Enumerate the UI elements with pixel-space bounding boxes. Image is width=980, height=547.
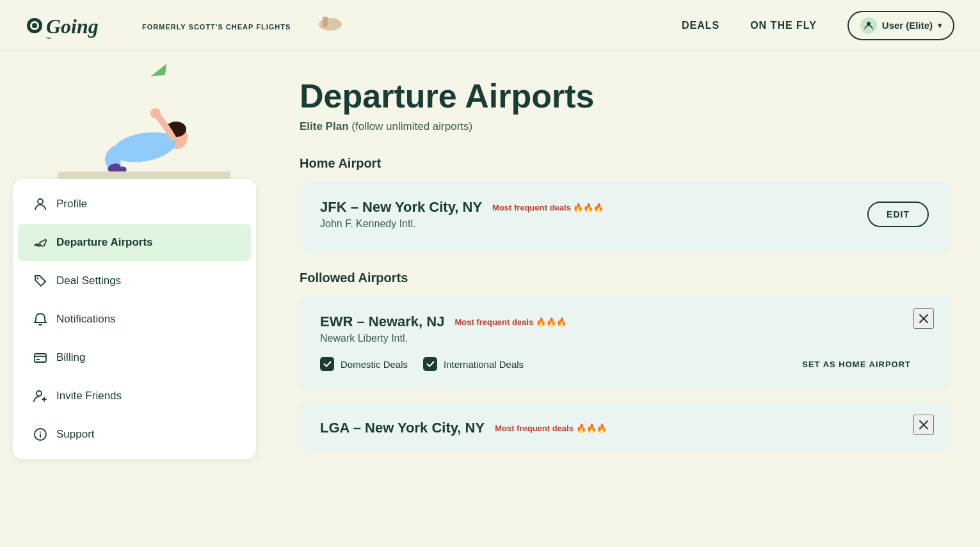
- ewr-name-row: EWR – Newark, NJ Most frequent deals 🔥🔥🔥: [320, 313, 566, 330]
- airport-name-row: JFK – New York City, NY Most frequent de…: [320, 199, 604, 216]
- ewr-airport-info: EWR – Newark, NJ Most frequent deals 🔥🔥🔥…: [320, 313, 566, 344]
- followed-airport-card-lga: LGA – New York City, NY Most frequent de…: [300, 402, 949, 452]
- close-icon: [917, 312, 930, 325]
- ewr-card-header: EWR – Newark, NJ Most frequent deals 🔥🔥🔥…: [320, 313, 911, 344]
- followed-airports-title: Followed Airports: [300, 271, 949, 285]
- sidebar-illustration: [0, 51, 269, 179]
- logo[interactable]: Going ™: [26, 9, 128, 42]
- svg-point-2: [32, 23, 37, 28]
- svg-point-18: [38, 199, 43, 204]
- lga-card-header: LGA – New York City, NY Most frequent de…: [320, 420, 911, 436]
- svg-point-22: [36, 391, 42, 396]
- ewr-checkboxes: Domestic Deals International Deals: [320, 357, 524, 371]
- logo-svg: Going ™: [26, 9, 128, 42]
- plane-decoration: [311, 12, 349, 40]
- main-content: Departure Airports Elite Plan (follow un…: [269, 51, 980, 547]
- header: Going ™ FORMERLY SCOTT'S CHEAP FLIGHTS D…: [0, 0, 980, 51]
- remove-lga-button[interactable]: [913, 415, 934, 435]
- ewr-domestic-checkbox[interactable]: Domestic Deals: [320, 357, 408, 371]
- home-airport-card-header: JFK – New York City, NY Most frequent de…: [320, 199, 929, 230]
- bell-icon: [33, 312, 47, 326]
- add-user-icon: [33, 389, 47, 403]
- profile-icon: [33, 197, 47, 211]
- svg-text:Going: Going: [46, 15, 99, 38]
- chevron-down-icon: ▾: [938, 21, 942, 30]
- sidebar-item-label: Notifications: [56, 313, 116, 326]
- illustration-svg: [38, 45, 230, 179]
- ewr-badge: Most frequent deals 🔥🔥🔥: [454, 317, 566, 327]
- sidebar-item-support[interactable]: Support: [18, 416, 251, 453]
- header-nav: DEALS ON THE FLY User (Elite) ▾: [682, 11, 954, 40]
- home-airport-fullname: John F. Kennedy Intl.: [320, 218, 604, 230]
- domestic-label: Domestic Deals: [341, 359, 408, 370]
- home-airport-section: Home Airport JFK – New York City, NY Mos…: [300, 156, 949, 253]
- svg-point-14: [150, 108, 161, 118]
- logo-subtitle: FORMERLY SCOTT'S CHEAP FLIGHTS: [142, 20, 291, 31]
- svg-marker-10: [149, 64, 170, 79]
- user-avatar-icon: [860, 17, 877, 34]
- lga-airport-info: LGA – New York City, NY Most frequent de…: [320, 420, 607, 436]
- plan-name: Elite Plan: [300, 120, 349, 132]
- lga-name-row: LGA – New York City, NY Most frequent de…: [320, 420, 607, 436]
- domestic-check-icon: [320, 357, 334, 371]
- home-airport-badge: Most frequent deals 🔥🔥🔥: [492, 203, 604, 212]
- sidebar-item-label: Invite Friends: [56, 390, 122, 402]
- ewr-code: EWR – Newark, NJ: [320, 313, 444, 330]
- svg-point-24: [40, 432, 41, 433]
- info-icon: [33, 427, 47, 441]
- international-check-icon: [423, 357, 437, 371]
- sidebar-item-label: Profile: [56, 198, 87, 210]
- sidebar-item-label: Billing: [56, 351, 85, 364]
- sidebar-menu: Profile Departure Airports: [13, 179, 256, 459]
- ewr-international-checkbox[interactable]: International Deals: [423, 357, 524, 371]
- lga-badge: Most frequent deals 🔥🔥🔥: [495, 424, 606, 433]
- layout: Profile Departure Airports: [0, 51, 980, 547]
- sidebar-item-departure-airports[interactable]: Departure Airports: [18, 224, 251, 261]
- header-left: Going ™ FORMERLY SCOTT'S CHEAP FLIGHTS: [26, 9, 349, 42]
- edit-home-airport-button[interactable]: EDIT: [867, 202, 929, 227]
- remove-ewr-button[interactable]: [913, 308, 934, 329]
- home-airport-code: JFK – New York City, NY: [320, 199, 482, 216]
- page-subtitle: Elite Plan (follow unlimited airports): [300, 120, 949, 133]
- ewr-footer: Domestic Deals International Deals SET A…: [320, 357, 911, 371]
- ewr-fullname: Newark Liberty Intl.: [320, 333, 566, 344]
- sidebar-item-label: Support: [56, 428, 95, 441]
- sidebar-item-deal-settings[interactable]: Deal Settings: [18, 262, 251, 299]
- plan-detail: (follow unlimited airports): [351, 120, 472, 132]
- tag-icon: [33, 274, 47, 288]
- sidebar-item-billing[interactable]: Billing: [18, 339, 251, 376]
- user-label: User (Elite): [882, 20, 933, 31]
- deals-nav-link[interactable]: DEALS: [682, 20, 719, 31]
- sidebar-item-profile[interactable]: Profile: [18, 186, 251, 223]
- svg-rect-6: [323, 17, 328, 27]
- svg-rect-17: [58, 171, 230, 179]
- user-menu-button[interactable]: User (Elite) ▾: [847, 11, 954, 40]
- sidebar-item-notifications[interactable]: Notifications: [18, 301, 251, 338]
- home-airport-info: JFK – New York City, NY Most frequent de…: [320, 199, 604, 230]
- on-the-fly-nav-link[interactable]: ON THE FLY: [750, 20, 817, 31]
- svg-text:™: ™: [46, 36, 52, 42]
- set-home-airport-button[interactable]: SET AS HOME AIRPORT: [802, 360, 911, 369]
- svg-rect-20: [35, 354, 46, 362]
- followed-airports-section: Followed Airports EWR – Newark, NJ Most …: [300, 271, 949, 452]
- svg-rect-21: [36, 359, 40, 360]
- home-airport-card: JFK – New York City, NY Most frequent de…: [300, 181, 949, 253]
- svg-point-7: [867, 22, 871, 26]
- sidebar-item-invite-friends[interactable]: Invite Friends: [18, 377, 251, 415]
- billing-icon: [33, 351, 47, 365]
- svg-point-5: [319, 18, 342, 31]
- svg-point-19: [37, 278, 39, 280]
- lga-code: LGA – New York City, NY: [320, 420, 485, 436]
- home-airport-title: Home Airport: [300, 156, 949, 171]
- sidebar: Profile Departure Airports: [0, 51, 269, 547]
- international-label: International Deals: [444, 359, 524, 370]
- page-title: Departure Airports: [300, 77, 949, 115]
- close-icon: [917, 418, 930, 431]
- sidebar-item-label: Departure Airports: [56, 236, 153, 249]
- followed-airport-card-ewr: EWR – Newark, NJ Most frequent deals 🔥🔥🔥…: [300, 296, 949, 389]
- sidebar-item-label: Deal Settings: [56, 274, 121, 287]
- plane-icon: [33, 235, 47, 250]
